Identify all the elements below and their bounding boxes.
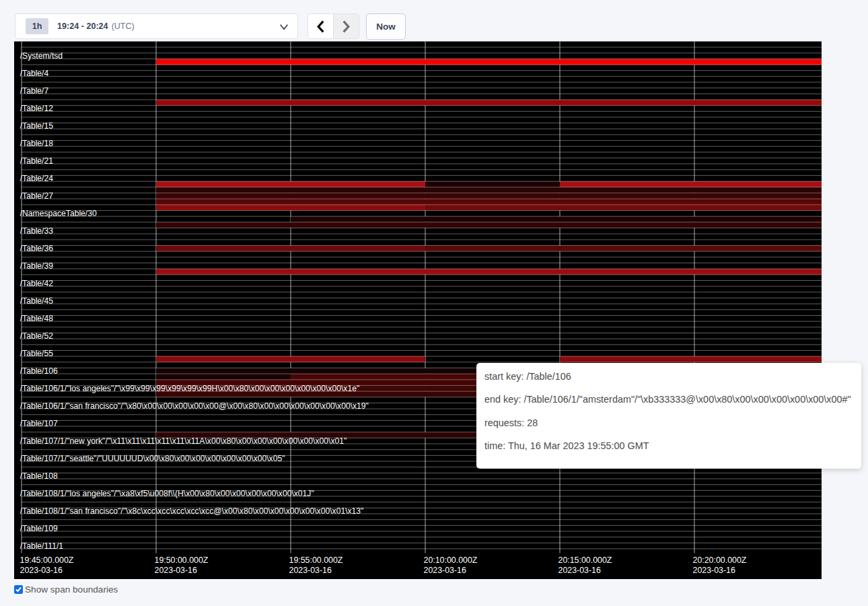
svg-text:/Table/21: /Table/21 xyxy=(20,156,54,166)
svg-text:2023-03-16: 2023-03-16 xyxy=(20,566,63,575)
svg-text:/Table/111/1: /Table/111/1 xyxy=(20,541,64,551)
svg-text:2023-03-16: 2023-03-16 xyxy=(558,566,601,575)
svg-text:/Table/39: /Table/39 xyxy=(20,261,54,271)
svg-text:/Table/48: /Table/48 xyxy=(20,314,54,323)
svg-text:20:10:00.000Z: 20:10:00.000Z xyxy=(424,556,478,565)
svg-text:2023-03-16: 2023-03-16 xyxy=(155,566,197,575)
svg-text:/Table/45: /Table/45 xyxy=(20,296,54,306)
svg-text:2023-03-16: 2023-03-16 xyxy=(424,566,466,575)
svg-text:/NamespaceTable/30: /NamespaceTable/30 xyxy=(20,209,97,218)
svg-text:/Table/4: /Table/4 xyxy=(20,69,49,78)
svg-text:/Table/15: /Table/15 xyxy=(20,121,54,131)
svg-text:/Table/108/1/"san francisco"/": /Table/108/1/"san francisco"/"\x8c\xcc\x… xyxy=(20,506,364,516)
svg-text:/Table/108: /Table/108 xyxy=(20,471,58,481)
svg-text:/Table/36: /Table/36 xyxy=(20,244,54,253)
svg-text:/Table/7: /Table/7 xyxy=(20,86,49,96)
svg-text:/Table/107/1/"new york"/"\x11\: /Table/107/1/"new york"/"\x11\x11\x11\x1… xyxy=(20,436,347,446)
svg-text:/Table/55: /Table/55 xyxy=(20,349,54,358)
svg-text:/Table/18: /Table/18 xyxy=(20,139,54,148)
svg-text:/Table/52: /Table/52 xyxy=(20,331,54,341)
svg-text:/Table/107/1/"seattle"/"UUUUUU: /Table/107/1/"seattle"/"UUUUUUD\x00\x80\… xyxy=(20,454,285,463)
svg-text:/Table/108/1/"los angeles"/"\x: /Table/108/1/"los angeles"/"\xa8\xf5\u00… xyxy=(20,489,314,498)
svg-text:/Table/106: /Table/106 xyxy=(20,366,58,376)
svg-text:/System/tsd: /System/tsd xyxy=(20,51,63,61)
svg-text:/Table/109: /Table/109 xyxy=(20,524,58,533)
svg-text:/Table/42: /Table/42 xyxy=(20,279,54,288)
svg-text:19:50:00.000Z: 19:50:00.000Z xyxy=(155,556,209,565)
svg-text:/Table/106/1/"san francisco"/": /Table/106/1/"san francisco"/"\x80\x00\x… xyxy=(20,401,369,411)
svg-text:/Table/12: /Table/12 xyxy=(20,104,54,113)
svg-text:20:20:00.000Z: 20:20:00.000Z xyxy=(693,556,747,565)
svg-text:19:55:00.000Z: 19:55:00.000Z xyxy=(289,556,343,565)
svg-text:/Table/106/1/"los angeles"/"\x: /Table/106/1/"los angeles"/"\x99\x99\x99… xyxy=(20,384,360,393)
svg-text:20:15:00.000Z: 20:15:00.000Z xyxy=(558,556,612,565)
svg-text:2023-03-16: 2023-03-16 xyxy=(693,566,735,575)
svg-text:/Table/27: /Table/27 xyxy=(20,191,54,201)
svg-text:/Table/33: /Table/33 xyxy=(20,226,54,236)
svg-text:/Table/24: /Table/24 xyxy=(20,174,54,183)
svg-text:/Table/107: /Table/107 xyxy=(20,419,58,428)
svg-text:19:45:00.000Z: 19:45:00.000Z xyxy=(20,556,74,565)
svg-text:2023-03-16: 2023-03-16 xyxy=(289,566,332,575)
